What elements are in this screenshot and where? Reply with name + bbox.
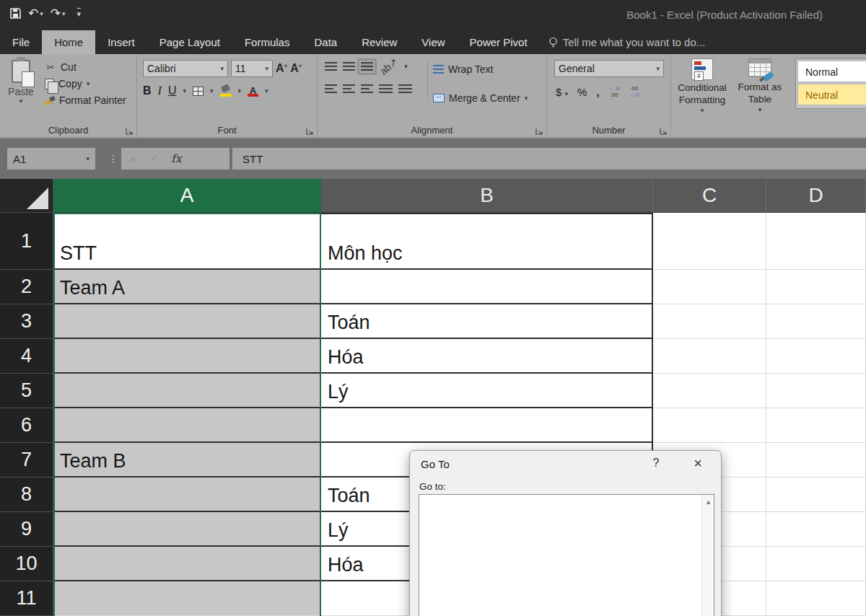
align-center-icon[interactable] — [343, 84, 355, 94]
column-header-C[interactable]: C — [653, 179, 766, 213]
insert-function-icon[interactable]: fx — [171, 152, 181, 165]
bottom-align-icon[interactable] — [361, 62, 373, 71]
undo-icon[interactable]: ↶▾ — [28, 6, 43, 21]
paste-button[interactable]: Paste ▾ — [4, 60, 38, 120]
decrease-decimal-button[interactable]: .00→.0 — [629, 86, 639, 99]
cell-B1[interactable]: Môn học — [321, 213, 653, 270]
cell-A11[interactable] — [53, 581, 321, 616]
format-as-table-button[interactable]: Format as Table ▾ — [733, 58, 787, 114]
font-size-combo[interactable]: 11▾ — [231, 60, 273, 77]
tab-formulas[interactable]: Formulas — [232, 30, 302, 54]
cell-D4[interactable] — [766, 339, 866, 374]
cell-D5[interactable] — [766, 374, 866, 408]
cell-D9[interactable] — [766, 512, 866, 547]
wrap-text-button[interactable]: Wrap Text — [433, 60, 528, 79]
cell-C5[interactable] — [653, 374, 766, 408]
cell-D3[interactable] — [766, 304, 866, 339]
column-header-A[interactable]: A — [53, 179, 321, 213]
cell-B5[interactable]: Lý — [321, 374, 653, 408]
comma-button[interactable]: , — [596, 86, 599, 98]
grow-font-button[interactable]: A˄ — [276, 62, 287, 75]
listbox-scrollbar[interactable]: ▲ ▼ — [701, 495, 714, 616]
font-color-dropdown-icon[interactable]: ▾ — [265, 87, 268, 94]
number-format-combo[interactable]: General▾ — [554, 60, 664, 77]
tab-insert[interactable]: Insert — [95, 30, 147, 54]
cell-A1[interactable]: STT — [53, 213, 321, 270]
cell-A6[interactable] — [53, 408, 321, 443]
goto-dialog-titlebar[interactable]: Go To ? × — [410, 451, 721, 475]
row-header-5[interactable]: 5 — [0, 374, 53, 408]
row-header-8[interactable]: 8 — [0, 478, 53, 512]
cell-B2[interactable] — [321, 270, 653, 304]
font-name-combo[interactable]: Calibri▾ — [143, 60, 228, 77]
close-icon[interactable]: × — [688, 455, 708, 472]
tab-view[interactable]: View — [409, 30, 457, 54]
increase-decimal-button[interactable]: ←.0.00 — [609, 86, 620, 99]
decrease-indent-icon[interactable] — [379, 84, 393, 94]
save-icon[interactable] — [10, 8, 21, 19]
cell-A9[interactable] — [53, 512, 321, 547]
help-icon[interactable]: ? — [647, 457, 665, 470]
row-header-9[interactable]: 9 — [0, 512, 53, 547]
tell-me-box[interactable]: Tell me what you want to do... — [540, 30, 714, 54]
cut-button[interactable]: ✂Cut — [45, 61, 126, 73]
cell-D2[interactable] — [766, 270, 866, 304]
redo-icon[interactable]: ↷▾ — [51, 6, 66, 21]
alignment-dialog-launcher-icon[interactable] — [535, 128, 543, 135]
orientation-icon[interactable]: ab↗ — [377, 56, 400, 77]
cell-D1[interactable] — [766, 213, 866, 270]
increase-indent-icon[interactable] — [398, 84, 412, 94]
name-box[interactable]: A1 ▾ — [7, 148, 95, 170]
cell-D6[interactable] — [766, 408, 866, 443]
top-align-icon[interactable] — [325, 62, 337, 71]
cell-D10[interactable] — [766, 547, 866, 581]
row-header-1[interactable]: 1 — [0, 213, 53, 270]
column-header-B[interactable]: B — [321, 179, 653, 213]
row-header-3[interactable]: 3 — [0, 304, 53, 339]
row-header-4[interactable]: 4 — [0, 339, 53, 374]
align-right-icon[interactable] — [361, 84, 373, 94]
row-header-10[interactable]: 10 — [0, 547, 53, 581]
tab-page-layout[interactable]: Page Layout — [147, 30, 232, 54]
column-header-D[interactable]: D — [766, 179, 866, 213]
clipboard-dialog-launcher-icon[interactable] — [126, 128, 133, 135]
cell-C2[interactable] — [653, 270, 766, 304]
fill-color-dropdown-icon[interactable]: ▾ — [238, 87, 242, 94]
number-dialog-launcher-icon[interactable] — [660, 128, 667, 135]
font-color-icon[interactable]: A — [248, 85, 258, 97]
percent-button[interactable]: % — [577, 86, 587, 98]
cell-D11[interactable] — [766, 581, 866, 616]
scroll-up-icon[interactable]: ▲ — [702, 496, 714, 509]
tab-data[interactable]: Data — [302, 30, 349, 54]
row-header-11[interactable]: 11 — [0, 581, 53, 616]
cell-B6[interactable] — [321, 408, 653, 443]
borders-dropdown-icon[interactable]: ▾ — [210, 87, 214, 94]
cell-A3[interactable] — [53, 304, 321, 339]
merge-center-button[interactable]: Merge & Center ▾ — [433, 89, 528, 107]
cell-C6[interactable] — [653, 408, 766, 443]
enter-entry-icon[interactable]: ✓ — [149, 152, 159, 165]
row-header-2[interactable]: 2 — [0, 270, 53, 304]
shrink-font-button[interactable]: A˅ — [290, 62, 302, 75]
italic-button[interactable]: I — [158, 84, 162, 97]
underline-dropdown-icon[interactable]: ▾ — [183, 87, 186, 94]
cell-A2[interactable]: Team A — [53, 270, 321, 304]
cell-A4[interactable] — [53, 339, 321, 374]
copy-button[interactable]: Copy▾ — [45, 78, 126, 89]
cell-A10[interactable] — [53, 547, 321, 581]
tab-power-pivot[interactable]: Power Pivot — [458, 30, 540, 54]
cell-B4[interactable]: Hóa — [321, 339, 653, 374]
align-left-icon[interactable] — [325, 84, 337, 94]
borders-icon[interactable] — [193, 87, 204, 96]
formula-input[interactable]: STT — [232, 148, 866, 170]
tab-review[interactable]: Review — [349, 30, 409, 54]
bold-button[interactable]: B — [143, 84, 152, 97]
cell-B3[interactable]: Toán — [321, 304, 653, 339]
cell-C3[interactable] — [653, 304, 766, 339]
fill-color-icon[interactable] — [220, 85, 232, 97]
font-dialog-launcher-icon[interactable] — [306, 128, 313, 135]
cell-C4[interactable] — [653, 339, 766, 374]
tab-file[interactable]: File — [0, 30, 42, 54]
cell-A8[interactable] — [53, 478, 321, 512]
cell-A5[interactable] — [53, 374, 321, 408]
